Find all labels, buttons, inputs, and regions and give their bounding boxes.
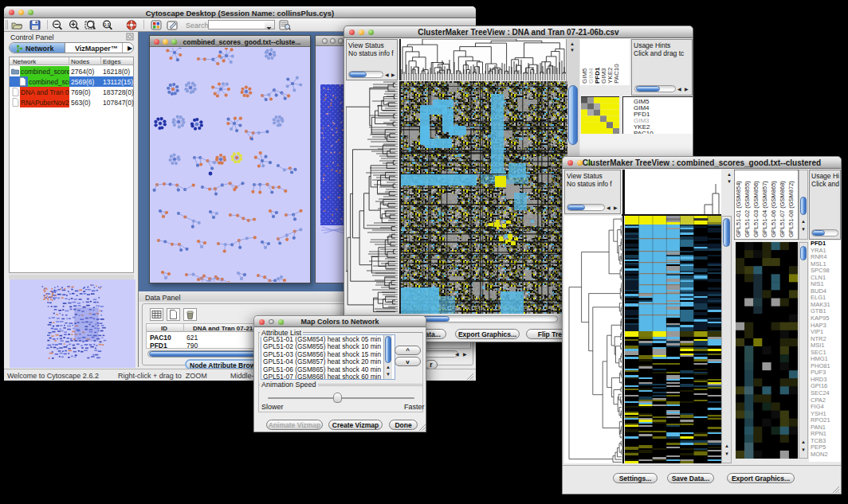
svg-text:GPL51-01 (GSM854): GPL51-01 (GSM854) — [735, 181, 742, 237]
svg-text:GPL51-08 (GSM872): GPL51-08 (GSM872) — [787, 181, 795, 237]
svg-text:GPL51-02 (GSM855): GPL51-02 (GSM855) — [744, 181, 751, 237]
svg-text:GPL51-06 (GSM865): GPL51-06 (GSM865) — [770, 181, 777, 237]
svg-text:PAC10: PAC10 — [613, 64, 620, 84]
svg-text:1:1: 1:1 — [104, 22, 109, 27]
svg-text:GPL51-03 (GSM856): GPL51-03 (GSM856) — [752, 181, 760, 237]
svg-text:GPL51-04 (GSM857): GPL51-04 (GSM857) — [761, 181, 768, 237]
svg-text:GPL51-07 (GSM868): GPL51-07 (GSM868) — [779, 181, 786, 237]
